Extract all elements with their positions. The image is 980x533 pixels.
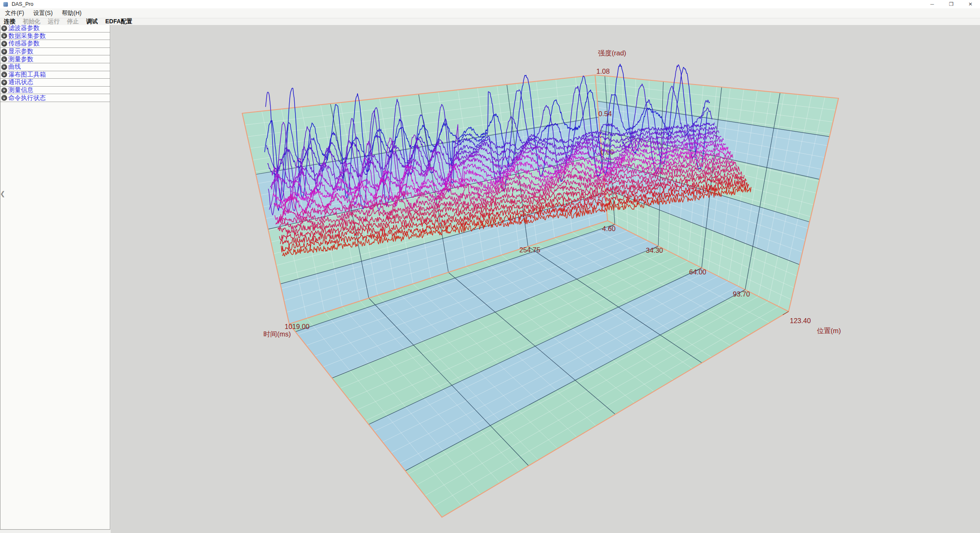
minimize-button[interactable]: ─ xyxy=(923,0,942,8)
sidebar-item-label: 滤波器参数 xyxy=(8,24,40,32)
window-title: DAS_Pro xyxy=(12,1,33,7)
expand-chevrons-icon: » xyxy=(1,33,7,39)
sidebar-item-0[interactable]: »滤波器参数 xyxy=(0,25,110,32)
z-tick-0: 1.08 xyxy=(596,67,610,75)
toolbar-item-0[interactable]: 连接 xyxy=(0,18,19,25)
app-icon xyxy=(3,2,8,7)
pos-tick-1: 93.70 xyxy=(733,290,750,298)
toolbar-item-3: 停止 xyxy=(63,18,82,25)
sidebar-item-label: 测量参数 xyxy=(8,55,33,63)
toolbar-item-1: 初始化 xyxy=(19,18,44,25)
expand-chevrons-icon: » xyxy=(1,49,7,55)
accordion-panel: »滤波器参数»数据采集参数»传感器参数»显示参数»测量参数»曲线»瀑布图工具箱»… xyxy=(0,24,110,530)
toolbar-item-2: 运行 xyxy=(44,18,63,25)
z-tick-1: 0.54 xyxy=(598,110,612,117)
sidebar-item-label: 命令执行状态 xyxy=(8,94,46,102)
time-tick-0: 1019.00 xyxy=(285,323,310,330)
expand-chevrons-icon: » xyxy=(1,56,7,62)
menu-item-0[interactable]: 文件(F) xyxy=(1,9,28,18)
sidebar-item-label: 瀑布图工具箱 xyxy=(8,71,46,79)
menu-item-2[interactable]: 帮助(H) xyxy=(58,9,86,18)
pos-tick-2: 64.00 xyxy=(689,268,706,276)
expand-chevrons-icon: » xyxy=(1,25,7,31)
toolbar: 连接初始化运行停止调试EDFA配置 xyxy=(0,18,980,25)
sidebar-item-label: 测量信息 xyxy=(8,86,33,94)
expand-chevrons-icon: » xyxy=(1,80,7,85)
sidebar-item-label: 显示参数 xyxy=(8,47,33,55)
expand-chevrons-icon: » xyxy=(1,64,7,70)
sidebar-item-label: 曲线 xyxy=(8,63,21,71)
y-axis-title: 位置(m) xyxy=(817,327,841,334)
sidebar-item-6[interactable]: »瀑布图工具箱 xyxy=(0,71,110,79)
sidebar-item-4[interactable]: »测量参数 xyxy=(0,55,110,63)
z-axis-title: 强度(rad) xyxy=(598,49,626,57)
expand-chevrons-icon: » xyxy=(1,87,7,93)
pos-tick-3: 34.30 xyxy=(646,247,663,254)
waterfall-3d-plot[interactable]: 强度(rad)1.080.540.001019.00时间(ms)254.7512… xyxy=(0,0,980,533)
toolbar-item-4[interactable]: 调试 xyxy=(82,18,102,25)
sidebar-item-5[interactable]: »曲线 xyxy=(0,63,110,71)
sidebar-item-8[interactable]: »测量信息 xyxy=(0,87,110,95)
sidebar-item-1[interactable]: »数据采集参数 xyxy=(0,32,110,40)
sidebar-item-3[interactable]: »显示参数 xyxy=(0,48,110,56)
close-button[interactable]: ✕ xyxy=(961,0,980,8)
pos-tick-0: 123.40 xyxy=(790,317,811,324)
sidebar-item-2[interactable]: »传感器参数 xyxy=(0,40,110,48)
sidebar-collapse-icon[interactable]: ❮ xyxy=(0,188,6,199)
expand-chevrons-icon: » xyxy=(1,95,7,101)
sidebar-item-label: 通讯状态 xyxy=(8,78,33,86)
maximize-button[interactable]: ❐ xyxy=(942,0,961,8)
sidebar-item-7[interactable]: »通讯状态 xyxy=(0,79,110,87)
window-controls: ─ ❐ ✕ xyxy=(923,0,980,8)
pos-tick-4: 4.60 xyxy=(602,225,615,232)
expand-chevrons-icon: » xyxy=(1,41,7,47)
x-axis-title: 时间(ms) xyxy=(263,330,291,338)
sidebar-item-label: 传感器参数 xyxy=(8,40,40,47)
sidebar-item-9[interactable]: »命令执行状态 xyxy=(0,94,110,102)
menu-item-1[interactable]: 设置(S) xyxy=(29,9,57,18)
menu-bar: 文件(F)设置(S)帮助(H) xyxy=(0,8,980,18)
expand-chevrons-icon: » xyxy=(1,72,7,77)
title-bar: DAS_Pro ─ ❐ ✕ xyxy=(0,0,980,8)
time-tick-1: 254.75 xyxy=(519,246,540,254)
sidebar: »滤波器参数»数据采集参数»传感器参数»显示参数»测量参数»曲线»瀑布图工具箱»… xyxy=(0,24,111,533)
sidebar-item-label: 数据采集参数 xyxy=(8,32,46,40)
toolbar-item-5[interactable]: EDFA配置 xyxy=(102,18,136,25)
